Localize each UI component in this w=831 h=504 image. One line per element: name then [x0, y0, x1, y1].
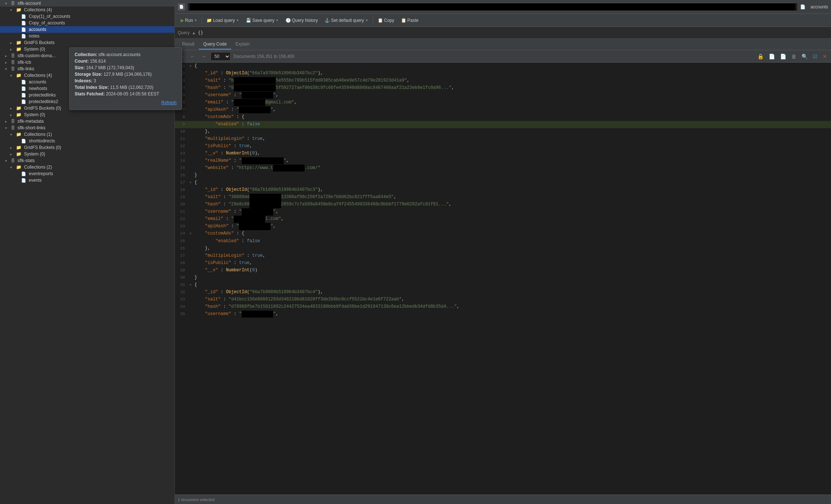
tooltip-storage-label: Storage Size:: [75, 72, 102, 77]
sidebar-item-sflk-metadata[interactable]: ▸ 🗄 sflk-metadata: [0, 118, 174, 125]
save-query-button[interactable]: 💾 Save query ▼: [243, 17, 282, 24]
querybar: Query ▲ {}: [175, 27, 831, 39]
code-line-2: 2 "_id" : ObjectId("66a7a9709b519964b340…: [175, 70, 831, 77]
sidebar-item-collections-2[interactable]: ▾ 📁 Collections (2): [0, 164, 174, 170]
chevron-icon: ▾: [10, 133, 15, 137]
nav-next-button[interactable]: →: [200, 53, 208, 60]
separator-1: [202, 17, 202, 24]
sidebar-label: System (0): [24, 151, 45, 157]
paste-button[interactable]: 📋 Paste: [398, 17, 422, 24]
add-doc-button[interactable]: 📄: [768, 53, 776, 60]
code-line-4: 4 "hash" : "0████████████████5f592727aef…: [175, 84, 831, 92]
code-line-21: 21 "username" : "████████████",: [175, 208, 831, 216]
code-line-32: 32 "_id" : ObjectId("66a7b9009b519964b34…: [175, 289, 831, 296]
sidebar-label: GridFS Buckets (0): [24, 145, 61, 150]
tab-explain[interactable]: Explain: [231, 39, 254, 50]
code-line-28: 28 "isPublic" : true,: [175, 260, 831, 267]
tooltip-size-value: 164,7 MiB (172,749,043): [86, 65, 134, 70]
code-line-7: 7 "apiHash" : "████████████",: [175, 106, 831, 114]
tooltip-collection-value: sflk-account.accounts: [98, 52, 140, 57]
code-line-31: 31 ▾ {: [175, 281, 831, 289]
sidebar-label: shorttodirects: [29, 138, 55, 143]
sidebar-label: events: [29, 178, 42, 183]
code-line-22: 22 "email" : "████████████l.com",: [175, 216, 831, 223]
sidebar-label: sflk-short-links: [17, 125, 46, 130]
code-line-29: 29 "__v" : NumberInt(0): [175, 267, 831, 274]
collapse-query-button[interactable]: ▲: [192, 31, 196, 35]
tab-icon: 📄: [178, 3, 185, 11]
code-line-19: 19 "salt" : "30809dd████████████13306af9…: [175, 194, 831, 201]
sidebar-item-system-0c[interactable]: ▸ 📁 System (0): [0, 151, 174, 157]
tooltip-popup: Collection: sflk-account.accounts Count:…: [69, 47, 182, 110]
tooltip-size-label: Size:: [75, 65, 85, 70]
chevron-icon: ▾: [10, 8, 15, 12]
sidebar-item-collections-4[interactable]: ▾ 📁 Collections (4): [0, 7, 174, 13]
sidebar-item-gridfs-buckets[interactable]: ▸ 📁 GridFS Buckets: [0, 39, 174, 46]
chevron-icon: ▸: [5, 119, 9, 123]
tooltip-indexes-label: Indexes:: [75, 78, 92, 83]
code-line-9: 9 "enabled" : false: [175, 121, 831, 128]
code-area: 1 ▾ { 2 "_id" : ObjectId("66a7a9709b5199…: [175, 63, 831, 495]
sidebar-label: notes: [29, 34, 39, 39]
copy-button[interactable]: 📋 Copy: [375, 17, 397, 24]
statusbar: 1 document selected: [175, 495, 831, 504]
sidebar-item-shorttodirects[interactable]: 📄 shorttodirects: [0, 138, 174, 144]
sidebar-item-collections-1[interactable]: ▾ 📁 Collections (1): [0, 131, 174, 138]
clone-doc-button[interactable]: 📄: [779, 53, 787, 60]
refresh-button[interactable]: Refresh: [161, 100, 177, 105]
code-line-24: 24 ▾ "customAds" : {: [175, 230, 831, 237]
sidebar-label: Collections (2): [24, 165, 52, 170]
sidebar-item-copy1-accounts[interactable]: 📄 Copy(1)_of_accounts: [0, 13, 174, 20]
tab-query-code[interactable]: Query Code: [199, 39, 231, 50]
nav-prev-button[interactable]: ←: [189, 53, 197, 60]
tooltip-total-index-label: Total Index Size:: [75, 85, 109, 90]
code-line-35: 35 "username" : "████████████",: [175, 311, 831, 318]
tooltip-stats-value: 2024-08-05 14:05:58 EEST: [106, 91, 159, 97]
expand-button[interactable]: ☑: [812, 53, 819, 60]
run-button[interactable]: ▶ Run ▼: [178, 17, 200, 24]
sidebar-label: accounts: [29, 79, 46, 84]
sidebar-item-accounts[interactable]: 📄 accounts: [0, 26, 174, 33]
delete-doc-button[interactable]: 🗑: [790, 53, 797, 60]
query-value: {}: [198, 30, 203, 35]
sidebar-item-system-0b[interactable]: ▸ 📁 System (0): [0, 111, 174, 118]
sidebar-item-events[interactable]: 📄 events: [0, 177, 174, 184]
collection-name: accounts: [811, 4, 828, 9]
code-line-25: 25 "enabled" : false: [175, 238, 831, 245]
lock-button[interactable]: 🔒: [756, 53, 765, 60]
sidebar-label: Collections (4): [24, 73, 52, 78]
set-default-query-button[interactable]: ⚓ Set default query ▼: [322, 17, 371, 24]
sidebar-item-sflk-stats[interactable]: ▾ 🗄 sflk-stats: [0, 157, 174, 164]
chevron-icon: ▸: [5, 54, 9, 58]
tooltip-total-index-value: 11,5 MiB (12,062,720): [110, 85, 153, 90]
sidebar-label: Collections (1): [24, 132, 52, 137]
page-size-select[interactable]: 50 100 200: [210, 52, 231, 61]
sidebar-item-copy-accounts[interactable]: 📄 Copy_of_accounts: [0, 20, 174, 26]
sidebar-item-sflk-account[interactable]: ▾ 🗄 sflk-account: [0, 0, 174, 7]
load-query-button[interactable]: 📁 Load query ▼: [204, 17, 242, 24]
sidebar-item-sflk-short-links[interactable]: ▾ 🗄 sflk-short-links: [0, 125, 174, 131]
chevron-icon: ▾: [10, 165, 15, 169]
code-line-16: 16 }: [175, 172, 831, 179]
sidebar-label: Collections (4): [24, 7, 52, 12]
query-history-button[interactable]: 🕐 Query history: [283, 17, 321, 24]
filter-button[interactable]: 🔍: [800, 53, 809, 60]
chevron-icon: ▸: [5, 60, 9, 64]
sidebar-label: newhosts: [29, 86, 47, 91]
code-line-27: 27 "multipleLogin" : true,: [175, 252, 831, 260]
chevron-icon: ▸: [10, 152, 15, 156]
sidebar-label: accounts: [29, 27, 46, 32]
sidebar-label: eventreports: [29, 171, 53, 176]
sidebar-item-notes[interactable]: 📄 notes: [0, 33, 174, 39]
sidebar-item-gridfs-buckets-0b[interactable]: ▸ 📁 GridFS Buckets (0): [0, 144, 174, 151]
close-results-button[interactable]: ✕: [822, 53, 828, 60]
separator-2: [373, 17, 373, 24]
code-line-23: 23 "apiHash" : "████████████",: [175, 223, 831, 230]
connection-text: [190, 4, 795, 10]
code-line-17: 17 ▾ {: [175, 179, 831, 186]
code-line-6: 6 "email" : "████████████@gmail.com",: [175, 99, 831, 106]
code-line-8: 8 "customAds" : {: [175, 114, 831, 121]
chevron-icon: ▾: [10, 74, 15, 78]
topbar: 📄 📄 accounts: [175, 0, 831, 14]
sidebar-item-eventreports[interactable]: 📄 eventreports: [0, 170, 174, 177]
